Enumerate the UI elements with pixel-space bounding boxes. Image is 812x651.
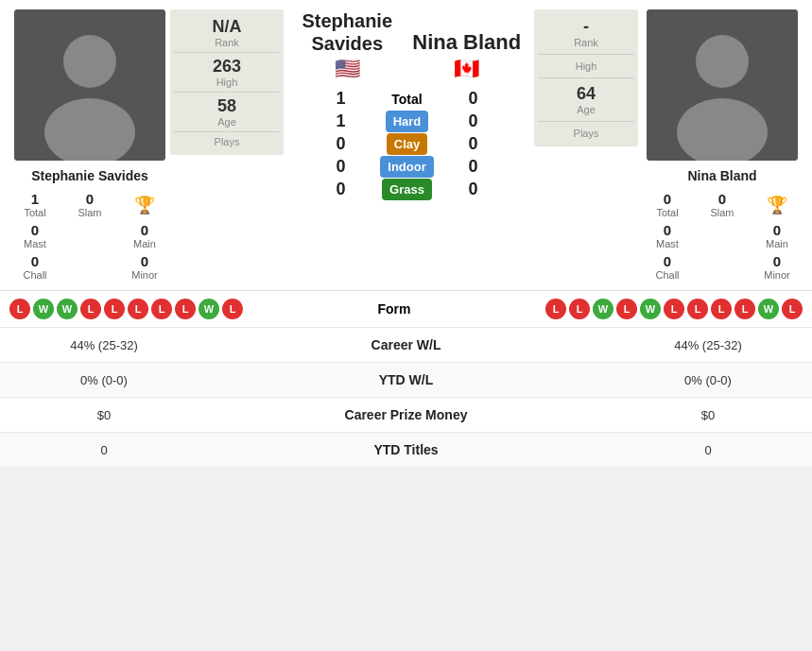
ytd-titles-p2: 0	[613, 443, 803, 457]
p1-grass-score: 0	[318, 180, 365, 199]
player1-chall-cell: 0 Chall	[9, 253, 60, 281]
player1-age-box: 58 Age	[217, 96, 236, 128]
ytd-wl-p2: 0% (0-0)	[613, 373, 803, 387]
form-pill-l: L	[9, 299, 30, 319]
grass-row: 0 Grass 0	[287, 180, 527, 199]
total-row: 1 Total 0	[287, 89, 527, 109]
prize-label: Career Prize Money	[199, 407, 613, 422]
indoor-label[interactable]: Indoor	[380, 156, 433, 178]
form-pill-w: W	[593, 299, 613, 319]
player1-rank-value: N/A	[213, 17, 242, 37]
ytd-titles-label: YTD Titles	[199, 442, 613, 457]
right-stat-card: - Rank High 64 Age Plays	[534, 9, 638, 146]
form-pill-l: L	[687, 299, 708, 319]
player1-name: Stephanie Savides	[31, 168, 148, 183]
ytd-wl-row: 0% (0-0) YTD W/L 0% (0-0)	[0, 362, 812, 397]
clay-label[interactable]: Clay	[387, 133, 427, 155]
p2-flag: 🇨🇦	[407, 57, 527, 81]
grass-btn: Grass	[365, 182, 450, 197]
form-pill-l: L	[616, 299, 637, 319]
form-pill-l: L	[128, 299, 148, 319]
player1-main-value: 0	[119, 222, 170, 238]
ytd-titles-row: 0 YTD Titles 0	[0, 432, 812, 467]
hard-label[interactable]: Hard	[386, 111, 429, 132]
player1-main-cell: 0 Main	[119, 222, 170, 249]
player2-slam-label: Slam	[697, 207, 748, 218]
grass-label[interactable]: Grass	[382, 179, 432, 200]
p2-hard-score: 0	[450, 111, 497, 131]
center-area: Stephanie Savides 🇺🇸 Nina Bland 🇨🇦 1 Tot…	[284, 9, 530, 202]
ytd-titles-p1: 0	[9, 443, 199, 457]
p2-name-center: Nina Bland 🇨🇦	[407, 30, 527, 81]
clay-row: 0 Clay 0	[287, 134, 527, 154]
empty-cell2	[64, 253, 115, 281]
player2-plays-box: Plays	[574, 128, 599, 139]
prize-p1: $0	[9, 408, 199, 422]
form-section: LWWLLLLLWL Form LLWLWLLLLWL	[0, 290, 812, 327]
career-wl-p2: 44% (25-32)	[613, 338, 803, 352]
prize-p2: $0	[613, 408, 803, 422]
right-divider2	[538, 77, 634, 78]
p2-total-score: 0	[450, 89, 497, 109]
player1-high-box: 263 High	[213, 57, 241, 88]
svg-point-4	[696, 35, 749, 88]
player2-main-cell: 0 Main	[752, 222, 803, 249]
player1-main-label: Main	[119, 238, 170, 249]
player2-card: Nina Bland 0 Total 0 Slam 🏆 0	[642, 9, 803, 281]
player1-high-value: 263	[213, 57, 241, 77]
right-divider3	[538, 121, 634, 122]
player1-high-label: High	[213, 77, 241, 88]
form-pill-w: W	[640, 299, 661, 319]
player2-rank-value: -	[574, 17, 598, 37]
player2-minor-cell: 0 Minor	[752, 253, 803, 281]
p1-total-score: 1	[318, 89, 365, 109]
p2-empty-cell2	[697, 253, 748, 281]
total-label: Total	[365, 92, 450, 107]
player1-mast-cell: 0 Mast	[9, 222, 60, 249]
form-pill-w: W	[33, 299, 54, 319]
player2-avatar	[647, 9, 798, 161]
form-label: Form	[243, 301, 545, 317]
player2-main-value: 0	[752, 222, 803, 238]
player2-age-label: Age	[577, 104, 596, 115]
player2-total-label: Total	[642, 207, 693, 218]
player1-plays-label: Plays	[215, 136, 240, 147]
right-divider1	[538, 54, 634, 55]
career-wl-label: Career W/L	[199, 337, 613, 352]
indoor-row: 0 Indoor 0	[287, 157, 527, 177]
player2-rank-box: - Rank	[574, 17, 598, 48]
form-pill-l: L	[711, 299, 732, 319]
player2-total-cell: 0 Total	[642, 191, 693, 218]
career-wl-row: 44% (25-32) Career W/L 44% (25-32)	[0, 327, 812, 362]
player1-minor-cell: 0 Minor	[119, 253, 170, 281]
player1-rank-label: Rank	[213, 37, 242, 48]
player1-total-value: 1	[9, 191, 60, 207]
player1-slam-value: 0	[64, 191, 115, 207]
player2-total-value: 0	[642, 191, 693, 207]
main-container: Stephanie Savides 1 Total 0 Slam 🏆 0	[0, 0, 812, 467]
p2-grass-score: 0	[450, 180, 497, 199]
p2-trophy-icon: 🏆	[767, 195, 787, 215]
player2-main-label: Main	[752, 238, 803, 249]
player2-rank-label: Rank	[574, 37, 598, 48]
player1-age-value: 58	[217, 96, 236, 116]
player1-chall-label: Chall	[9, 269, 60, 281]
svg-point-1	[63, 35, 116, 88]
p1-hard-score: 1	[318, 111, 365, 131]
form-pill-l: L	[151, 299, 172, 319]
player1-minor-label: Minor	[119, 269, 170, 281]
form-pill-l: L	[734, 299, 755, 319]
form-pill-l: L	[569, 299, 590, 319]
player2-chall-value: 0	[642, 253, 693, 269]
player2-mast-label: Mast	[642, 238, 693, 249]
empty-cell	[64, 222, 115, 249]
player2-high-label: High	[576, 60, 597, 72]
p2-clay-score: 0	[450, 134, 497, 154]
player1-mast-value: 0	[9, 222, 60, 238]
hard-btn: Hard	[365, 114, 450, 128]
player2-high-box: High	[576, 60, 597, 72]
form-pill-l: L	[104, 299, 125, 319]
form-pill-l: L	[782, 299, 803, 319]
form-pill-w: W	[57, 299, 78, 319]
player1-rank-box: N/A Rank	[213, 17, 242, 48]
